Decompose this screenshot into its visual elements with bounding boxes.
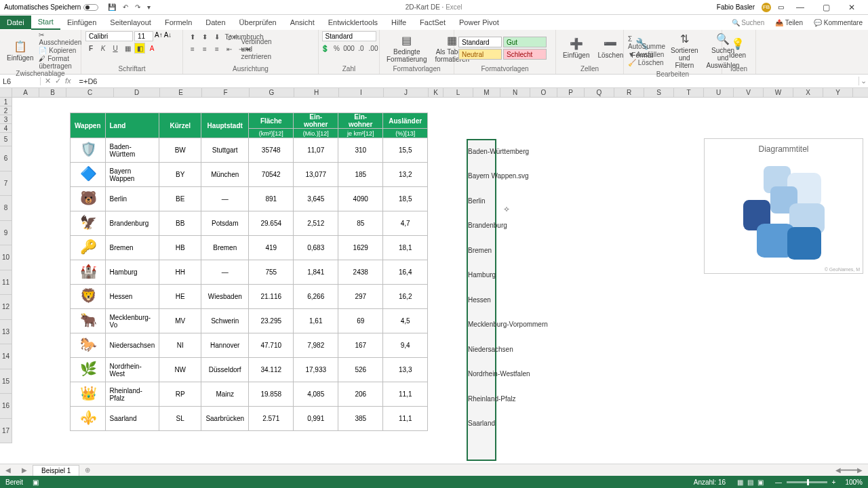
save-icon[interactable]: 💾 — [108, 3, 116, 11]
cut-button[interactable]: ✂ Ausschneiden — [39, 31, 81, 46]
conditional-formatting-button[interactable]: ▤Bedingte Formatierung — [384, 33, 429, 64]
ideas-button[interactable]: 💡Ideen — [726, 36, 749, 60]
user-avatar[interactable]: FB — [762, 3, 771, 12]
table-row[interactable]: 👑Rheinland-PfalzRPMainz19.8584,08520611,… — [71, 382, 428, 407]
autosave-toggle[interactable]: Automatisches Speichern — [4, 3, 98, 11]
style-schlecht[interactable]: Schlecht — [503, 49, 547, 60]
bold-button[interactable]: F — [85, 43, 96, 54]
hscroll-right-icon[interactable]: ▶ — [857, 466, 863, 474]
table-row[interactable]: 🔷Bayern WappenBYMünchen7054213,07718513,… — [71, 163, 428, 187]
fx-icon[interactable]: fx — [65, 77, 71, 85]
font-size-select[interactable]: 11 — [134, 31, 153, 41]
fill-button[interactable]: ▼ Ausfüllen — [628, 51, 665, 58]
align-center-icon[interactable]: ≡ — [199, 43, 210, 54]
enter-formula-icon[interactable]: ✓ — [55, 77, 61, 85]
number-format-select[interactable]: Standard — [322, 31, 376, 41]
autosum-button[interactable]: Σ AutoSumme — [628, 35, 665, 50]
tab-insert[interactable]: Einfügen — [60, 16, 103, 29]
fill-color-button[interactable]: ◧ — [134, 43, 145, 54]
decrease-font-icon[interactable]: A↓ — [164, 31, 172, 41]
style-gut[interactable]: Gut — [503, 37, 547, 47]
comma-icon[interactable]: 000 — [344, 43, 355, 54]
inc-dec-icon[interactable]: .0 — [356, 43, 367, 54]
sheet-tab[interactable]: Beispiel 1 — [33, 465, 79, 476]
tab-view[interactable]: Ansicht — [283, 16, 321, 29]
sort-filter-button[interactable]: ⇅Sortieren und Filtern — [668, 31, 701, 70]
increase-font-icon[interactable]: A↑ — [155, 31, 163, 41]
delete-cells-button[interactable]: ➖Löschen — [595, 36, 626, 60]
table-row[interactable]: 🔑BremenHBBremen4190,683162918,1 — [71, 236, 428, 260]
table-row[interactable]: 🦁HessenHEWiesbaden21.1166,26629716,2 — [71, 285, 428, 309]
align-top-icon[interactable]: ⬆ — [187, 31, 198, 42]
sheet-nav-next-icon[interactable]: ▶ — [16, 466, 33, 474]
align-right-icon[interactable]: ≡ — [212, 43, 222, 54]
currency-icon[interactable]: 💲 — [319, 43, 330, 54]
dec-dec-icon[interactable]: .00 — [368, 43, 379, 54]
worksheet-grid[interactable]: ABCDEFGHIJKLMNOPQRSTUVWXY 12345678910111… — [0, 88, 868, 461]
macro-record-icon[interactable]: ▣ — [33, 479, 39, 486]
name-box[interactable]: L6 — [0, 77, 41, 85]
zoom-level[interactable]: 100% — [845, 479, 863, 486]
percent-icon[interactable]: % — [332, 43, 342, 54]
tell-me-search[interactable]: Suchen — [732, 19, 770, 26]
user-name[interactable]: Fabio Basler — [717, 3, 755, 11]
window-maximize-icon[interactable]: ▢ — [816, 3, 835, 12]
select-all-corner[interactable] — [0, 88, 12, 98]
undo-icon[interactable]: ↶ — [123, 3, 128, 11]
tab-help[interactable]: Hilfe — [384, 16, 413, 29]
style-neutral[interactable]: Neutral — [458, 49, 502, 60]
style-standard[interactable]: Standard — [458, 37, 502, 47]
sheet-nav-prev-icon[interactable]: ◀ — [0, 466, 16, 474]
table-row[interactable]: ⚜️SaarlandSLSaarbrücken2.5710,99138511,1 — [71, 407, 428, 431]
cancel-formula-icon[interactable]: ✕ — [45, 77, 51, 85]
expand-formula-icon[interactable]: ⌄ — [859, 77, 868, 85]
underline-button[interactable]: U — [110, 43, 121, 54]
table-row[interactable]: 🏰HamburgHH—7551,841243816,4 — [71, 260, 428, 285]
ribbon: 📋Einfügen ✂ Ausschneiden 📄 Kopieren 🖌 Fo… — [0, 30, 868, 75]
border-button[interactable]: ▦ — [122, 43, 133, 54]
align-left-icon[interactable]: ≡ — [187, 43, 198, 54]
tab-powerpivot[interactable]: Power Pivot — [452, 16, 506, 29]
font-color-button[interactable]: A — [146, 43, 157, 54]
formula-input[interactable]: =+D6 — [75, 77, 859, 85]
comments-button[interactable]: Kommentare — [808, 19, 868, 26]
paste-button[interactable]: 📋Einfügen — [4, 39, 36, 63]
table-row[interactable]: 🐻BerlinBE—8913,645409018,5 — [71, 187, 428, 211]
insert-cells-button[interactable]: ➕Einfügen — [560, 36, 592, 60]
copy-button[interactable]: 📄 Kopieren — [39, 47, 81, 54]
cell-area[interactable]: Wappen Land Kürzel Hauptstadt Fläche Ein… — [12, 98, 868, 461]
zoom-slider[interactable]: — + — [775, 479, 835, 486]
tab-pagelayout[interactable]: Seitenlayout — [103, 16, 158, 29]
window-minimize-icon[interactable]: — — [791, 3, 810, 12]
row-headers[interactable]: 1234567891011121314151617 — [0, 98, 12, 443]
tab-start[interactable]: Start — [31, 15, 60, 30]
table-row[interactable]: 🐎NiedersachsenNIHannover47.7107,9821679,… — [71, 333, 428, 358]
tab-data[interactable]: Daten — [199, 16, 232, 29]
font-name-select[interactable]: Calibri — [85, 31, 133, 41]
tab-review[interactable]: Überprüfen — [233, 16, 283, 29]
tab-developer[interactable]: Entwicklertools — [321, 16, 384, 29]
window-close-icon[interactable]: ✕ — [842, 3, 861, 12]
map-chart[interactable]: Diagrammtitel © GeoNames, M — [704, 138, 863, 274]
italic-button[interactable]: K — [98, 43, 108, 54]
hscroll-left-icon[interactable]: ◀ — [835, 466, 841, 474]
table-row[interactable]: 🛡️Baden-WürttemBWStuttgart3574811,073101… — [71, 138, 428, 163]
tab-factset[interactable]: FactSet — [413, 16, 452, 29]
indent-dec-icon[interactable]: ⇤ — [224, 43, 235, 54]
align-bot-icon[interactable]: ⬇ — [212, 31, 222, 42]
clear-button[interactable]: 🧹 Löschen — [628, 59, 665, 66]
tab-formulas[interactable]: Formeln — [158, 16, 199, 29]
table-row[interactable]: 🐂Mecklenburg-VoMVSchwerin23.2951,61694,5 — [71, 309, 428, 333]
tab-file[interactable]: Datei — [0, 16, 31, 29]
merge-center-button[interactable]: ⬌ Verbinden und zentrieren — [248, 43, 259, 54]
column-headers[interactable]: ABCDEFGHIJKLMNOPQRSTUVWXY — [12, 88, 868, 98]
view-buttons[interactable]: ▦▤▣ — [735, 479, 766, 486]
align-mid-icon[interactable]: ⬍ — [199, 31, 210, 42]
add-sheet-icon[interactable]: ⊕ — [79, 466, 96, 474]
format-painter-button[interactable]: 🖌 Format übertragen — [39, 55, 81, 70]
table-row[interactable]: 🌿Nordrhein-WestNWDüsseldorf34.11217,9335… — [71, 358, 428, 382]
share-button[interactable]: Teilen — [770, 19, 808, 26]
redo-icon[interactable]: ↷ — [135, 3, 140, 11]
table-row[interactable]: 🦅BrandenburgBBPotsdam29.6542,512854,7 — [71, 211, 428, 236]
ribbon-mode-icon[interactable]: ▭ — [778, 3, 784, 11]
